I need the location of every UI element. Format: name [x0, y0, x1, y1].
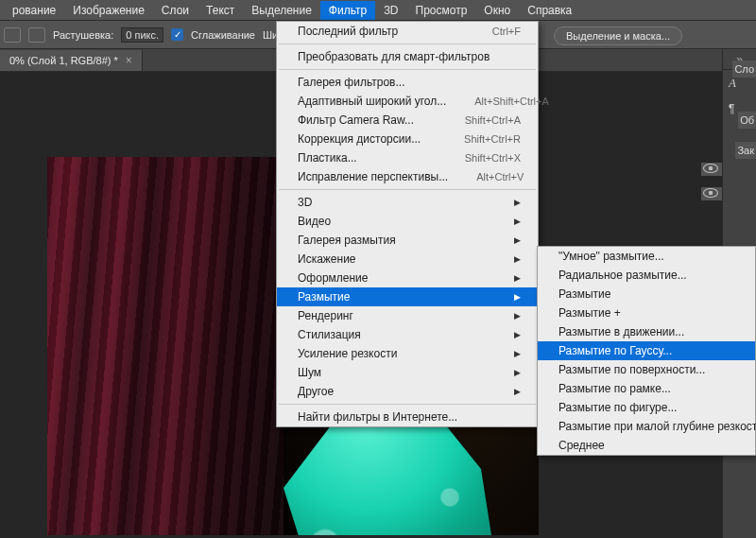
menu-filter[interactable]: Фильтр — [320, 1, 375, 20]
submenu-item-motion-blur[interactable]: Размытие в движении... — [538, 322, 755, 341]
menu-item-noise[interactable]: Шум▶ — [277, 363, 538, 382]
menu-item-adaptive-wide-angle[interactable]: Адаптивный широкий угол... Alt+Shift+Ctr… — [277, 92, 538, 111]
submenu-arrow-icon: ▶ — [486, 368, 521, 377]
menu-item-camera-raw[interactable]: Фильтр Camera Raw... Shift+Ctrl+A — [277, 111, 538, 130]
submenu-arrow-icon: ▶ — [486, 292, 521, 302]
document-tab[interactable]: 0% (Слой 1, RGB/8#) * × — [0, 50, 143, 71]
visibility-icon[interactable] — [701, 187, 722, 200]
image-content — [47, 157, 293, 535]
menu-3d[interactable]: 3D — [375, 1, 406, 20]
menu-item-lens-correction[interactable]: Коррекция дисторсии... Shift+Ctrl+R — [277, 130, 538, 148]
submenu-arrow-icon: ▶ — [486, 349, 521, 358]
submenu-arrow-icon: ▶ — [486, 217, 521, 226]
select-and-mask-button[interactable]: Выделение и маска... — [554, 26, 682, 45]
menu-item-vanishing-point[interactable]: Исправление перспективы... Alt+Ctrl+V — [277, 167, 538, 186]
menu-item-blur[interactable]: Размытие▶ — [277, 287, 538, 306]
menu-edit[interactable]: рование — [4, 1, 64, 20]
selection-mode-icon[interactable] — [4, 27, 21, 43]
smoothing-checkbox[interactable]: ✓ — [171, 28, 183, 41]
menu-item-distort[interactable]: Искажение▶ — [277, 250, 538, 269]
submenu-item-box-blur[interactable]: Размытие по рамке... — [538, 379, 755, 398]
submenu-item-radial-blur[interactable]: Радиальное размытие... — [538, 266, 755, 285]
visibility-icon[interactable] — [701, 163, 722, 176]
submenu-arrow-icon: ▶ — [486, 387, 521, 396]
menu-view[interactable]: Просмотр — [407, 1, 476, 20]
svg-point-1 — [709, 166, 713, 171]
submenu-arrow-icon: ▶ — [486, 254, 521, 264]
menu-text[interactable]: Текст — [198, 1, 243, 20]
submenu-arrow-icon: ▶ — [486, 235, 521, 245]
menu-item-filter-gallery[interactable]: Галерея фильтров... — [277, 73, 538, 92]
document-tab-title: 0% (Слой 1, RGB/8#) * — [9, 55, 118, 66]
menu-item-browse-filters-online[interactable]: Найти фильтры в Интернете... — [277, 408, 538, 426]
menu-item-liquify[interactable]: Пластика... Shift+Ctrl+X — [277, 148, 538, 167]
submenu-item-lens-blur[interactable]: Размытие при малой глубине резкости... — [538, 417, 755, 436]
filter-menu-dropdown: Последний фильтр Ctrl+F Преобразовать дл… — [276, 21, 539, 427]
smoothing-label: Сглаживание — [191, 29, 255, 41]
submenu-item-gaussian-blur[interactable]: Размытие по Гауссу... — [538, 341, 755, 360]
menu-select[interactable]: Выделение — [243, 1, 320, 20]
submenu-item-blur-more[interactable]: Размытие + — [538, 304, 755, 322]
menu-item-convert-smart[interactable]: Преобразовать для смарт-фильтров — [277, 47, 538, 66]
submenu-arrow-icon: ▶ — [486, 311, 521, 321]
menu-item-3d[interactable]: 3D▶ — [277, 193, 538, 212]
menu-item-stylize[interactable]: Стилизация▶ — [277, 325, 538, 344]
layers-panel-tab[interactable]: Сло — [732, 61, 756, 78]
feather-label: Растушевка: — [53, 29, 113, 41]
menu-item-blur-gallery[interactable]: Галерея размытия▶ — [277, 231, 538, 250]
submenu-arrow-icon: ▶ — [486, 330, 521, 339]
menu-window[interactable]: Окно — [475, 1, 519, 20]
menu-item-design[interactable]: Оформление▶ — [277, 269, 538, 287]
menu-layers[interactable]: Слои — [153, 1, 198, 20]
close-icon[interactable]: × — [126, 54, 132, 67]
blur-submenu-dropdown: "Умное" размытие... Радиальное размытие.… — [537, 246, 756, 456]
menu-item-render[interactable]: Рендеринг▶ — [277, 306, 538, 325]
menu-bar: рование Изображение Слои Текст Выделение… — [0, 0, 756, 21]
submenu-item-smart-blur[interactable]: "Умное" размытие... — [538, 247, 755, 266]
submenu-arrow-icon: ▶ — [486, 198, 521, 207]
submenu-arrow-icon: ▶ — [486, 273, 521, 283]
submenu-item-shape-blur[interactable]: Размытие по фигуре... — [538, 398, 755, 417]
submenu-item-blur[interactable]: Размытие — [538, 285, 755, 304]
properties-panel-tab[interactable]: Об — [738, 112, 756, 129]
selection-mode-icon[interactable] — [28, 27, 45, 43]
submenu-item-average[interactable]: Среднее — [538, 436, 755, 455]
feather-input[interactable]: 0 пикс. — [121, 27, 163, 43]
menu-item-video[interactable]: Видео▶ — [277, 212, 538, 231]
svg-point-3 — [709, 191, 713, 196]
menu-image[interactable]: Изображение — [64, 1, 153, 20]
submenu-item-surface-blur[interactable]: Размытие по поверхности... — [538, 360, 755, 379]
menu-item-last-filter[interactable]: Последний фильтр Ctrl+F — [277, 22, 538, 41]
bookmarks-panel-tab[interactable]: Зак — [735, 142, 756, 159]
menu-help[interactable]: Справка — [519, 1, 580, 20]
menu-item-sharpen[interactable]: Усиление резкости▶ — [277, 344, 538, 363]
menu-item-other[interactable]: Другое▶ — [277, 382, 538, 401]
